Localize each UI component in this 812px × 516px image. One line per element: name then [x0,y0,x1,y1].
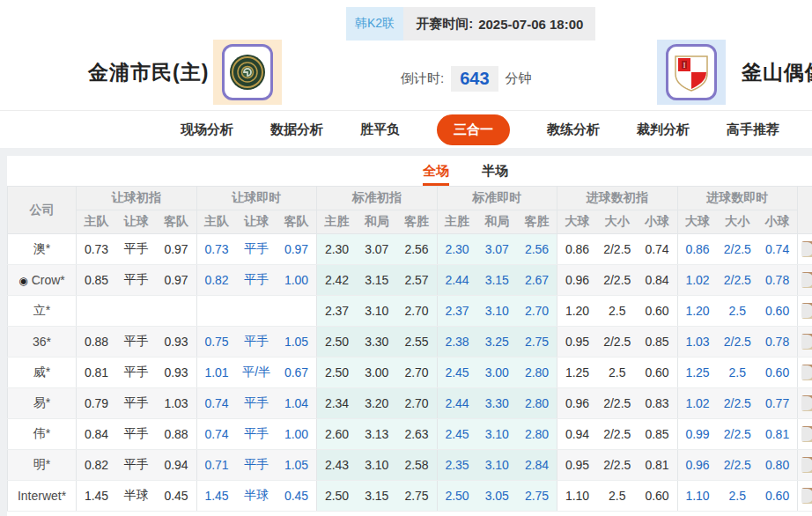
odds-cell: 0.75 [196,327,237,358]
company-name: 伟* [33,426,50,440]
odds-cell: 半球 [237,481,277,512]
nav-item-win-draw-lose[interactable]: 胜平负 [360,122,400,138]
odds-cell: 1.05 [277,327,317,358]
teams-row: 金浦市民(主) 倒计时: 643 分钟 [0,40,812,110]
odds-cell: 1.10 [677,481,718,512]
odds-cell: 1.03 [157,388,197,419]
odds-cell: 2/2.5 [597,388,638,419]
odds-cell: 2.5 [718,358,758,388]
odds-cell: 0.88 [157,419,197,450]
odds-cell: 0.97 [157,265,197,296]
odds-detail-icon[interactable] [801,457,812,473]
odds-detail-icon[interactable] [801,426,812,442]
odds-cell: 2.42 [317,265,358,296]
column-header-extra [798,187,812,234]
home-team-name: 金浦市民(主) [88,59,209,86]
nav-item-referee-analysis[interactable]: 裁判分析 [637,122,690,138]
odds-detail-icon[interactable] [801,365,812,380]
odds-detail-icon[interactable] [801,303,812,319]
odds-cell: 2.43 [317,450,358,481]
odds-cell: 2.58 [397,450,438,481]
odds-cell: 2.37 [437,296,477,327]
nav-item-data-analysis[interactable]: 数据分析 [270,122,323,138]
nav-item-three-in-one[interactable]: 三合一 [437,114,510,145]
odds-cell: 3.10 [357,296,397,327]
company-cell[interactable]: 36* [8,327,77,358]
odds-cell: 平手 [237,419,277,450]
table-row: Interwet*1.45半球0.451.45半球0.452.503.152.7… [8,481,812,512]
odds-cell: 0.86 [677,234,718,265]
odds-cell [196,296,237,327]
odds-cell: 1.20 [557,296,598,327]
odds-cell: 0.74 [757,234,798,265]
company-cell[interactable]: 威* [8,358,77,388]
company-cell[interactable]: 澳* [8,234,77,265]
away-team-logo: I [657,40,726,105]
company-cell[interactable]: 明* [8,450,77,481]
odds-cell: 1.25 [557,358,598,388]
odds-cell: 0.60 [638,481,678,512]
odds-cell: 2.70 [397,296,438,327]
odds-cell: 0.60 [757,481,798,512]
odds-cell: 平手 [116,419,157,450]
company-cell[interactable]: 立* [8,296,77,327]
odds-cell: 3.30 [477,388,518,419]
subcol-header: 主队 [196,210,237,234]
odds-cell [237,296,277,327]
odds-detail-icon[interactable] [801,272,812,288]
odds-cell: 1.20 [677,296,718,327]
subcol-header: 大小 [718,210,758,234]
group-header-handicap-initial: 让球初指 [77,187,197,210]
odds-cell: 1.25 [677,358,718,388]
odds-cell: 0.95 [557,450,598,481]
odds-cell: 0.60 [757,296,798,327]
odds-cell: 1.04 [277,388,317,419]
odds-cell: 2.67 [517,265,557,296]
table-row: 36*0.88平手0.930.75平手1.052.503.302.552.383… [8,327,812,358]
league-badge[interactable]: 韩K2联 [346,7,403,41]
nav-item-live-analysis[interactable]: 现场分析 [181,122,233,138]
company-cell[interactable]: ◉Crow* [8,265,77,296]
odds-cell: 2.5 [597,358,638,388]
subcol-header: 让球 [116,210,157,234]
company-cell[interactable]: 伟* [8,419,77,450]
match-info-bar: 韩K2联 开赛时间: 2025-07-06 18:00 [346,7,595,41]
company-cell[interactable]: Interwet* [8,481,77,512]
odds-card: 全场 半场 公司 让球初指 让球即时 标准初指 标准即时 进球数初指 进球数即时 [7,156,812,516]
odds-detail-icon[interactable] [801,395,812,411]
odds-cell: 平手 [116,450,157,481]
row-actions-cell [798,419,812,450]
group-header-goals-initial: 进球数初指 [557,187,678,210]
column-header-company: 公司 [8,187,77,234]
nav-item-coach-analysis[interactable]: 教练分析 [547,122,600,138]
odds-cell: 0.45 [157,481,197,512]
odds-cell: 2/2.5 [597,265,638,296]
odds-cell [77,296,117,327]
company-name: 立* [33,303,50,317]
odds-cell: 0.77 [757,388,798,419]
odds-cell: 0.85 [638,327,678,358]
odds-detail-icon[interactable] [801,488,812,504]
subcol-header: 小球 [757,210,798,234]
tab-half-match[interactable]: 半场 [482,163,508,186]
odds-cell: 2/2.5 [718,327,758,358]
odds-cell: 3.30 [357,327,397,358]
odds-detail-icon[interactable] [801,334,812,350]
odds-cell: 2/2.5 [718,419,758,450]
odds-cell: 0.97 [157,234,197,265]
odds-cell: 2.50 [317,358,358,388]
odds-cell: 2.63 [397,419,438,450]
odds-cell: 平手 [116,327,157,358]
countdown: 倒计时: 643 分钟 [401,66,532,92]
odds-cell: 平手 [116,265,157,296]
subcol-header: 客胜 [397,210,438,234]
table-row: 伟*0.84平手0.880.74平手1.002.603.132.632.453.… [8,419,812,450]
odds-detail-icon[interactable] [801,241,812,257]
company-cell[interactable]: 易* [8,388,77,419]
odds-cell: 1.01 [196,358,237,388]
tab-full-match[interactable]: 全场 [423,163,449,186]
odds-cell: 0.85 [638,419,678,450]
nav-item-expert-picks[interactable]: 高手推荐 [727,122,779,138]
odds-cell: 0.83 [638,388,678,419]
odds-cell: 3.15 [357,481,397,512]
